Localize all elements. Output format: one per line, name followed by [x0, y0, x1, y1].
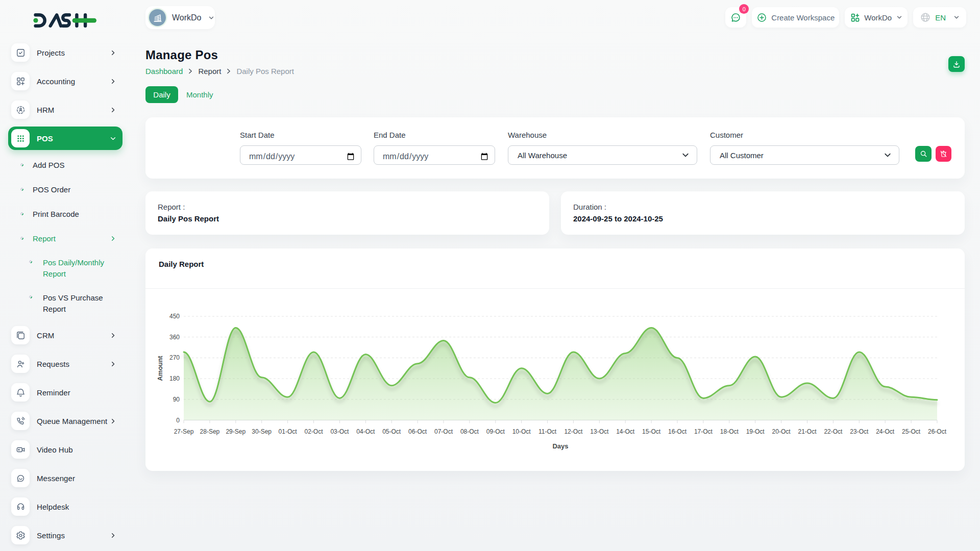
svg-text:19-Oct: 19-Oct: [746, 428, 765, 435]
svg-text:05-Oct: 05-Oct: [382, 428, 401, 435]
svg-text:27-Sep: 27-Sep: [174, 428, 194, 435]
svg-text:04-Oct: 04-Oct: [356, 428, 375, 435]
svg-text:30-Sep: 30-Sep: [252, 428, 272, 435]
svg-text:28-Sep: 28-Sep: [200, 428, 220, 435]
svg-text:90: 90: [173, 396, 180, 403]
svg-text:18-Oct: 18-Oct: [720, 428, 739, 435]
svg-text:17-Oct: 17-Oct: [694, 428, 713, 435]
svg-text:26-Oct: 26-Oct: [928, 428, 947, 435]
svg-text:07-Oct: 07-Oct: [434, 428, 453, 435]
svg-text:12-Oct: 12-Oct: [564, 428, 583, 435]
svg-text:180: 180: [169, 375, 180, 382]
svg-text:03-Oct: 03-Oct: [330, 428, 349, 435]
svg-text:Amount: Amount: [156, 356, 164, 381]
svg-text:0: 0: [176, 417, 180, 424]
svg-text:10-Oct: 10-Oct: [512, 428, 531, 435]
svg-text:14-Oct: 14-Oct: [616, 428, 635, 435]
svg-text:01-Oct: 01-Oct: [279, 428, 298, 435]
svg-text:20-Oct: 20-Oct: [772, 428, 791, 435]
svg-text:22-Oct: 22-Oct: [824, 428, 843, 435]
svg-text:02-Oct: 02-Oct: [304, 428, 323, 435]
svg-text:16-Oct: 16-Oct: [668, 428, 687, 435]
svg-text:13-Oct: 13-Oct: [590, 428, 609, 435]
svg-text:21-Oct: 21-Oct: [798, 428, 817, 435]
svg-text:06-Oct: 06-Oct: [408, 428, 427, 435]
svg-text:450: 450: [169, 313, 180, 320]
svg-text:270: 270: [169, 354, 180, 361]
svg-text:360: 360: [169, 334, 180, 341]
svg-text:11-Oct: 11-Oct: [538, 428, 557, 435]
svg-text:25-Oct: 25-Oct: [902, 428, 921, 435]
svg-text:15-Oct: 15-Oct: [642, 428, 661, 435]
svg-text:Days: Days: [552, 442, 568, 450]
svg-text:29-Sep: 29-Sep: [226, 428, 246, 435]
svg-text:24-Oct: 24-Oct: [876, 428, 895, 435]
svg-text:23-Oct: 23-Oct: [850, 428, 869, 435]
svg-text:09-Oct: 09-Oct: [486, 428, 505, 435]
svg-text:08-Oct: 08-Oct: [460, 428, 479, 435]
